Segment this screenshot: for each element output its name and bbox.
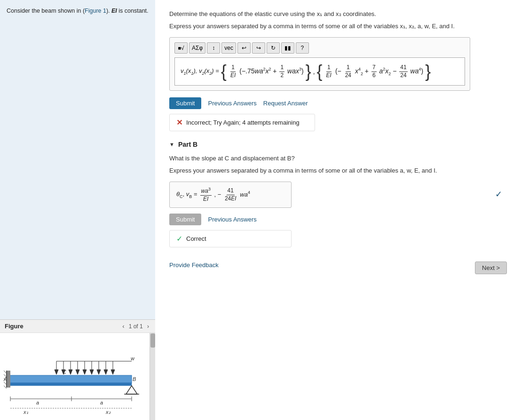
toolbar-vec-button[interactable]: vec — [221, 42, 236, 54]
left-panel: Consider the beam shown in (Figure 1). E… — [0, 0, 155, 420]
beam-figure: w A B C — [0, 333, 146, 420]
toolbar-refresh-button[interactable]: ↻ — [267, 42, 280, 54]
part-b-correct-icon: ✓ — [495, 189, 502, 199]
math-input-display[interactable]: v1(x1), v2(x2) = { 1 EI (−.75wa2x2 + 1 2… — [174, 57, 465, 86]
svg-marker-14 — [76, 370, 79, 374]
open-brace-1: { — [221, 63, 227, 80]
correct-icon: ✓ — [176, 234, 182, 243]
right-panel: Determine the equations of the elastic c… — [155, 0, 521, 420]
incorrect-icon: ✕ — [176, 118, 182, 127]
scroll-bar[interactable] — [150, 333, 155, 420]
frac-half: 1 2 — [279, 64, 284, 79]
svg-marker-11 — [55, 370, 58, 374]
svg-text:B: B — [133, 376, 136, 382]
frac-7-6: 7 6 — [371, 64, 377, 79]
frac-41-24: 41 24 — [399, 64, 407, 79]
part-b-answer-label: θC, vB = — [176, 190, 197, 199]
svg-marker-16 — [90, 370, 94, 374]
figure-next-button[interactable]: › — [146, 323, 150, 330]
scroll-thumb — [150, 333, 155, 348]
figure-nav: ‹ 1 of 1 › — [121, 323, 150, 330]
part-b-label: Part B — [178, 141, 197, 148]
part-b-header: ▼ Part B — [169, 141, 507, 148]
svg-marker-15 — [83, 370, 87, 374]
figure-link[interactable]: Figure 1 — [85, 8, 106, 14]
toolbar-arrows-button[interactable]: ↕ — [207, 42, 220, 54]
incorrect-text: Incorrect; Try Again; 4 attempts remaini… — [186, 119, 300, 126]
part-b-submit-row: Submit Previous Answers — [169, 214, 507, 225]
frac-1-24: 1 24 — [344, 64, 352, 79]
svg-rect-0 — [9, 375, 132, 383]
eq-lhs: v1(x1), v2(x2) = — [181, 67, 219, 76]
close-brace-1: } — [306, 63, 311, 80]
previous-answers-link[interactable]: Previous Answers — [208, 100, 256, 107]
part-b-answer-box: θC, vB = wa3 EI , − 41 24EI wa4 — [169, 182, 292, 208]
close-brace-2: } — [425, 63, 431, 80]
toolbar-redo-button[interactable]: ↪ — [252, 42, 265, 54]
term1: (−.75wa2x2 + 1 2 wax3) — [239, 64, 303, 79]
frac-2-ei: 1 EI — [325, 64, 332, 79]
toolbar-undo-button[interactable]: ↩ — [237, 42, 251, 54]
feedback-row: Provide Feedback Next > — [169, 262, 507, 274]
part-b-instruction: What is the slope at C and displacement … — [169, 154, 507, 163]
svg-text:w: w — [131, 356, 135, 361]
svg-rect-1 — [9, 383, 132, 386]
correct-text: Correct — [186, 235, 206, 242]
svg-marker-18 — [104, 370, 108, 374]
figure-page: 1 of 1 — [129, 323, 143, 330]
problem-variables: Express your answers separated by a comm… — [169, 22, 507, 31]
next-button[interactable]: Next > — [475, 262, 507, 274]
svg-rect-23 — [7, 371, 10, 388]
svg-marker-17 — [97, 370, 101, 374]
svg-marker-31 — [126, 386, 137, 394]
figure-prev-button[interactable]: ‹ — [121, 323, 126, 330]
svg-text:x₁: x₁ — [23, 409, 28, 415]
svg-marker-19 — [111, 370, 115, 374]
comma-sep: , — [313, 68, 315, 75]
part-b-previous-answers-link[interactable]: Previous Answers — [208, 216, 256, 223]
part-b-section: ✓ ▼ Part B What is the slope at C and di… — [169, 141, 507, 247]
problem-instruction: Determine the equations of the elastic c… — [169, 9, 507, 19]
figure-image-area: w A B C — [0, 333, 155, 420]
part-b-answer-display: θC, vB = wa3 EI , − 41 24EI wa4 — [176, 187, 284, 203]
math-editor-box: ■√ AΣφ ↕ vec ↩ ↪ ↻ ▮▮ ? v1(x1), v2(x2) =… — [169, 37, 470, 91]
request-answer-link[interactable]: Request Answer — [263, 100, 308, 107]
frac-1-ei: 1 EI — [229, 64, 237, 79]
toolbar-help-button[interactable]: ? — [296, 42, 309, 54]
equation-display: v1(x1), v2(x2) = { 1 EI (−.75wa2x2 + 1 2… — [181, 63, 431, 80]
figure-section: Figure ‹ 1 of 1 › — [0, 319, 155, 420]
feedback-link[interactable]: Provide Feedback — [169, 262, 219, 269]
submit-row: Submit Previous Answers Request Answer — [169, 97, 507, 109]
toolbar-sqrt-button[interactable]: ■√ — [174, 42, 188, 54]
svg-text:x₂: x₂ — [105, 409, 111, 415]
frac-41-24ei: 41 24EI — [224, 187, 237, 202]
term2: (− 1 24 x42 + 7 6 a2x2 − 41 24 w — [335, 64, 423, 79]
toolbar-keyboard-button[interactable]: ▮▮ — [281, 42, 294, 54]
incorrect-message-box: ✕ Incorrect; Try Again; 4 attempts remai… — [169, 114, 315, 131]
part-b-submit-button: Submit — [169, 214, 201, 225]
math-toolbar: ■√ AΣφ ↕ vec ↩ ↪ ↻ ▮▮ ? — [174, 42, 465, 54]
open-brace-2: { — [317, 63, 323, 80]
part-b-answer-value: wa3 EI , − 41 24EI wa4 — [199, 187, 250, 203]
frac-wa3-ei: wa3 EI — [200, 187, 212, 203]
correct-message-box: ✓ Correct — [169, 230, 292, 247]
figure-header: Figure ‹ 1 of 1 › — [0, 320, 155, 333]
submit-button[interactable]: Submit — [169, 97, 201, 109]
svg-text:a: a — [100, 400, 103, 405]
part-b-variables: Express your answers separated by a comm… — [169, 166, 507, 175]
svg-text:C: C — [63, 369, 66, 375]
collapse-triangle[interactable]: ▼ — [169, 142, 174, 147]
toolbar-sigma-button[interactable]: AΣφ — [189, 42, 205, 54]
problem-text: Consider the beam shown in (Figure 1). E… — [7, 7, 149, 16]
figure-title: Figure — [5, 323, 24, 330]
svg-text:a: a — [36, 400, 39, 405]
svg-marker-13 — [69, 370, 72, 374]
